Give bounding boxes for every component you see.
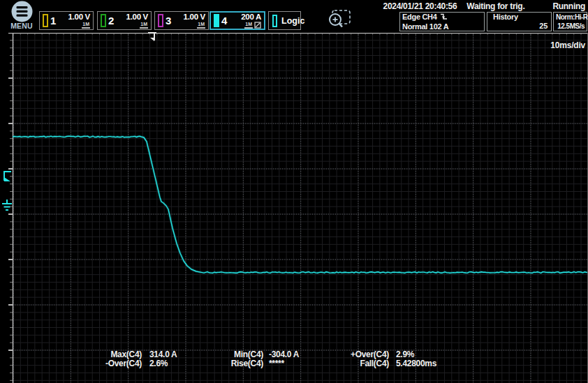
channel-1-scale: 1.00 V bbox=[68, 13, 90, 21]
menu-icon bbox=[6, 1, 38, 22]
channel-1-color-bar bbox=[43, 14, 48, 27]
channel-1-box[interactable]: 1 1.00 V 1M bbox=[39, 11, 94, 30]
impedance-1m-icon: 1M bbox=[244, 22, 253, 29]
menu-button[interactable]: MENU bbox=[6, 1, 38, 30]
measurement-row: -Over(C4)2.6% bbox=[61, 359, 177, 368]
measurement-column-2: Min(C4)-304.0 A Rise(C4)***** bbox=[189, 350, 299, 368]
trigger-position-icon[interactable] bbox=[146, 31, 159, 45]
channel-4-color-bar bbox=[214, 14, 219, 27]
ch4-waveform-trace bbox=[13, 136, 587, 273]
impedance-1m-icon: 1M bbox=[197, 22, 205, 29]
channel-4-box[interactable]: 4 200 A 1M bbox=[210, 11, 265, 30]
history-box[interactable]: History 25 bbox=[487, 12, 552, 31]
ground-level-icon bbox=[1, 200, 13, 215]
zoom-search-icon[interactable] bbox=[325, 9, 353, 33]
channel-3-box[interactable]: 3 1.00 V 1M bbox=[154, 11, 209, 30]
datetime: 2024/01/21 20:40:56 bbox=[383, 1, 457, 11]
logic-box[interactable]: Logic bbox=[268, 11, 301, 30]
measurement-row: Rise(C4)***** bbox=[189, 359, 299, 368]
falling-edge-icon bbox=[440, 13, 448, 22]
status-line: 2024/01/21 20:40:56 Waiting for trig. Ru… bbox=[293, 1, 585, 11]
history-value: 25 bbox=[490, 22, 549, 31]
ch4-waveform-trace bbox=[13, 136, 587, 273]
impedance-1m-icon: 1M bbox=[140, 22, 148, 29]
measurement-column-3: +Over(C4)2.9% Fall(C4)5.42800ms bbox=[311, 350, 436, 368]
impedance-1m-icon: 1M bbox=[82, 22, 90, 29]
trigger-mode-level: Normal 102 A bbox=[402, 22, 482, 31]
probe-icon bbox=[254, 19, 261, 31]
measurement-column-1: Max(C4)314.0 A -Over(C4)2.6% bbox=[61, 350, 177, 368]
timebase-label: 10ms/div bbox=[550, 40, 585, 50]
run-status: Running bbox=[552, 1, 585, 11]
waveform-display-area bbox=[8, 33, 588, 383]
acquisition-box[interactable]: Norm:Hi-Res 12.5MS/s bbox=[553, 12, 587, 31]
trigger-level-icon[interactable] bbox=[1, 170, 13, 188]
trigger-settings-box[interactable]: Edge CH4 Normal 102 A bbox=[399, 12, 485, 31]
channel-1-number: 1 bbox=[50, 15, 56, 26]
acquisition-mode: Norm:Hi-Res bbox=[556, 13, 585, 22]
channel-3-scale: 1.00 V bbox=[184, 13, 205, 21]
channel-2-box[interactable]: 2 1.00 V 1M bbox=[97, 11, 152, 30]
trigger-type: Edge CH4 bbox=[402, 13, 437, 21]
channel-3-number: 3 bbox=[166, 15, 171, 26]
channel-3-color-bar bbox=[158, 14, 163, 27]
channel-2-scale: 1.00 V bbox=[126, 13, 148, 21]
top-status-bar: MENU 1 1.00 V 1M 2 1.00 V 1M 3 1.00 V 1M… bbox=[0, 0, 588, 32]
channel-4-number: 4 bbox=[221, 15, 227, 26]
graticule-grid bbox=[8, 33, 588, 383]
channel-2-color-bar bbox=[101, 14, 106, 27]
menu-label: MENU bbox=[6, 22, 38, 30]
logic-color-bar bbox=[272, 15, 277, 27]
history-label: History bbox=[490, 13, 549, 22]
logic-label: Logic bbox=[281, 16, 304, 26]
sample-rate: 12.5MS/s bbox=[556, 22, 585, 31]
channel-2-number: 2 bbox=[108, 15, 114, 26]
trigger-status: Waiting for trig. bbox=[466, 1, 524, 11]
measurement-row: Fall(C4)5.42800ms bbox=[311, 359, 436, 368]
